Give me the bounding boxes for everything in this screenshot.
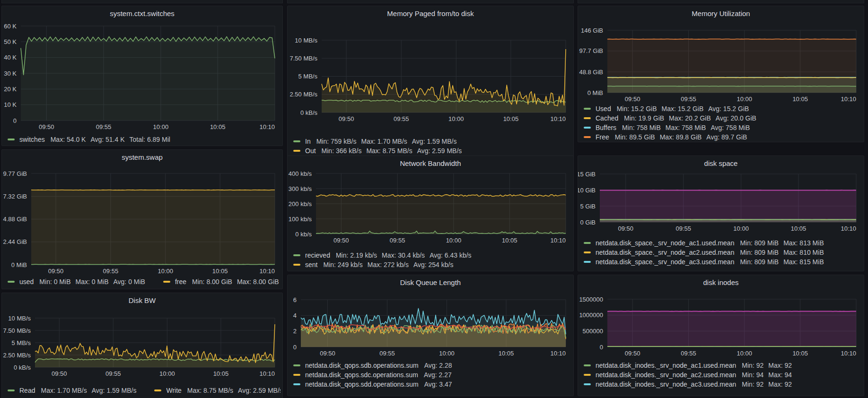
legend-stat: Avg: 20.0 GiB bbox=[716, 114, 756, 122]
legend-row: netdata.disk_inodes._srv_node_ac2.used.m… bbox=[584, 370, 862, 380]
legend-swatch-icon bbox=[584, 251, 591, 253]
y-tick-label: 50 K bbox=[4, 38, 17, 45]
legend-item[interactable]: CachedMin: 19.9 GiBMax: 20.2 GiBAvg: 20.… bbox=[584, 114, 761, 122]
legend-item[interactable]: ReadMax: 1.70 MB/sAvg: 1.59 MB/s bbox=[8, 387, 141, 394]
panel-title[interactable]: system.swap bbox=[2, 150, 282, 164]
system-ctxt-switches-graph[interactable]: 010 K20 K30 K40 K50 K60 K09:5009:5510:00… bbox=[2, 6, 282, 146]
legend-label: used bbox=[19, 278, 34, 286]
legend-swatch-icon bbox=[584, 261, 591, 263]
panel-title[interactable]: disk inodes bbox=[578, 275, 864, 289]
y-tick-label: 0 GiB bbox=[580, 219, 596, 226]
legend-stat: Max: 813 MiB bbox=[783, 239, 824, 247]
legend-item[interactable]: netdata.disk_qops.sdd.operations.sumAvg:… bbox=[293, 381, 457, 388]
panel-title-text: disk space bbox=[704, 159, 738, 167]
legend-item[interactable]: OutMin: 366 kB/sMax: 8.75 MB/sAvg: 2.59 … bbox=[293, 147, 466, 155]
legend-item[interactable]: netdata.disk_inodes._srv_node_ac3.used.m… bbox=[584, 381, 797, 388]
legend-stat: Max: 272 kb/s bbox=[368, 261, 409, 268]
panel-title[interactable]: Disk BW bbox=[2, 293, 282, 307]
legend-item[interactable]: netdata.disk_space._srv_node_ac2.used.me… bbox=[584, 249, 829, 256]
legend-stat: Avg: 1.59 MB/s bbox=[412, 138, 457, 145]
legend-swatch-icon bbox=[293, 150, 300, 152]
legend-stat: Min: 249 kb/s bbox=[323, 261, 362, 268]
legend-row: netdata.disk_space._srv_node_ac3.used.me… bbox=[584, 257, 862, 267]
x-tick-label: 10:00 bbox=[439, 350, 455, 357]
y-tick-label: 0 kB/s bbox=[300, 109, 318, 116]
legend-item[interactable]: netdata.disk_space._srv_node_ac3.used.me… bbox=[584, 258, 829, 266]
legend-item[interactable]: InMin: 759 kB/sMax: 1.70 MB/sAvg: 1.59 M… bbox=[293, 138, 461, 145]
legend-item[interactable]: netdata.disk_qops.sdb.operations.sumAvg:… bbox=[293, 362, 457, 369]
legend-item[interactable]: usedMin: 0 MiBMax: 0 MiBAvg: 0 MiB bbox=[8, 278, 150, 286]
legend-swatch-icon bbox=[584, 364, 591, 366]
legend-label: Write bbox=[166, 387, 181, 394]
dashboard: system.ctxt.switches 010 K20 K30 K40 K50… bbox=[0, 0, 868, 398]
legend-row: InMin: 759 kB/sMax: 1.70 MB/sAvg: 1.59 M… bbox=[293, 137, 571, 146]
panel-memory-utilization: Memory Utilization 0 MiB48.8 GiB97.7 GiB… bbox=[578, 6, 864, 142]
legend-item[interactable]: WriteMax: 8.75 MB/sAvg: 2.59 MB/s bbox=[154, 387, 281, 394]
y-tick-label: 10 GiB bbox=[578, 187, 596, 194]
legend: netdata.disk_space._srv_node_ac1.used.me… bbox=[584, 238, 862, 267]
x-tick-label: 10:10 bbox=[841, 225, 856, 232]
panel-title-text: Disk BW bbox=[129, 296, 156, 304]
legend-stat: Min: 2.19 kb/s bbox=[336, 251, 377, 259]
series-fill bbox=[322, 49, 566, 112]
legend-label: netdata.disk_inodes._srv_node_ac2.used.m… bbox=[596, 371, 736, 379]
series-fill bbox=[316, 195, 566, 234]
y-tick-label: 1000000 bbox=[579, 311, 603, 319]
legend-stat: Avg: 3.47 bbox=[424, 381, 452, 388]
legend-stat: Avg: 51.4 K bbox=[90, 136, 124, 143]
legend-stat: Max: 92 bbox=[768, 362, 792, 369]
y-tick-label: 9.77 GiB bbox=[3, 170, 27, 177]
x-tick-label: 09:55 bbox=[681, 95, 696, 103]
legend-item[interactable]: netdata.disk_qops.sdc.operations.sumAvg:… bbox=[293, 371, 456, 379]
legend-item[interactable]: FreeMin: 89.5 GiBMax: 89.8 GiBAvg: 89.7 … bbox=[584, 133, 752, 141]
legend-item[interactable]: netdata.disk_inodes._srv_node_ac2.used.m… bbox=[584, 371, 797, 379]
memory-paged-graph[interactable]: 0 kB/s2.50 MB/s5 MB/s7.50 MB/s10 MB/s09:… bbox=[288, 6, 573, 156]
legend-swatch-icon bbox=[584, 127, 591, 129]
panel-title[interactable]: disk space bbox=[578, 156, 864, 170]
panel-title[interactable]: Memory Paged from/to disk bbox=[288, 6, 573, 20]
legend-item[interactable]: freeMin: 8.00 GiBMax: 8.00 GiBAvg: 8.00 … bbox=[163, 278, 281, 286]
legend-row: CachedMin: 19.9 GiBMax: 20.2 GiBAvg: 20.… bbox=[584, 113, 862, 123]
legend-stat: Avg: 2.59 MB/s bbox=[417, 147, 462, 155]
legend-stat: Max: 15.2 GiB bbox=[662, 105, 704, 112]
legend-label: netdata.disk_space._srv_node_ac1.used.me… bbox=[596, 239, 734, 247]
legend-item[interactable]: switchesMax: 54.0 KAvg: 51.4 KTotal: 6.8… bbox=[8, 136, 175, 143]
legend: ReadMax: 1.70 MB/sAvg: 1.59 MB/sWriteMax… bbox=[8, 386, 281, 395]
x-tick-label: 09:50 bbox=[618, 225, 633, 232]
y-tick-label: 10 MB/s bbox=[295, 37, 317, 44]
legend-row: netdata.disk_qops.sdc.operations.sumAvg:… bbox=[293, 370, 571, 380]
legend-item[interactable]: netdata.disk_inodes._srv_node_ac1.used.m… bbox=[584, 362, 797, 369]
series-fill bbox=[31, 190, 275, 265]
panel-title[interactable]: Memory Utilization bbox=[578, 6, 864, 20]
legend-item[interactable]: sentMin: 249 kb/sMax: 272 kb/sAvg: 254 k… bbox=[293, 261, 458, 268]
x-tick-label: 10:10 bbox=[550, 237, 566, 244]
legend-stat: Min: 809 MiB bbox=[740, 239, 779, 247]
legend-label: netdata.disk_qops.sdc.operations.sum bbox=[305, 371, 418, 379]
x-tick-label: 10:10 bbox=[259, 268, 275, 275]
y-tick-label: 200 kb/s bbox=[289, 200, 312, 208]
legend-swatch-icon bbox=[584, 374, 591, 376]
legend-item[interactable]: BuffersMin: 758 MiBMax: 758 MiBAvg: 758 … bbox=[584, 124, 754, 131]
chart-svg: 010 K20 K30 K40 K50 K60 K09:5009:5510:00… bbox=[2, 6, 282, 146]
panel-title[interactable]: system.ctxt.switches bbox=[2, 6, 282, 20]
legend-stat: Max: 92 bbox=[768, 381, 792, 388]
legend-item[interactable]: recievedMin: 2.19 kb/sMax: 30.4 kb/sAvg:… bbox=[293, 251, 476, 259]
legend-stat: Max: 1.70 MB/s bbox=[41, 387, 87, 394]
legend-label: Used bbox=[596, 105, 611, 112]
x-tick-label: 09:50 bbox=[320, 350, 335, 357]
panel-title[interactable]: Disk Queue Length bbox=[288, 275, 573, 289]
legend-item[interactable]: netdata.disk_space._srv_node_ac1.used.me… bbox=[584, 239, 829, 247]
x-tick-label: 10:05 bbox=[502, 237, 517, 244]
legend-item[interactable]: UsedMin: 15.2 GiBMax: 15.2 GiBAvg: 15.2 … bbox=[584, 105, 754, 112]
legend-row: netdata.disk_qops.sdb.operations.sumAvg:… bbox=[293, 361, 571, 370]
disk-bw-graph[interactable]: 0 kB/s2.50 MB/s5 MB/s7.50 MB/s10 MB/s09:… bbox=[2, 293, 282, 398]
panel-title-text: Memory Utilization bbox=[692, 9, 750, 17]
system-swap-graph[interactable]: 0 MiB2.44 GiB4.88 GiB7.32 GiB9.77 GiB09:… bbox=[2, 150, 282, 289]
y-tick-label: 400 kb/s bbox=[289, 170, 312, 177]
legend: UsedMin: 15.2 GiBMax: 15.2 GiBAvg: 15.2 … bbox=[584, 104, 862, 142]
panel-title-text: Disk Queue Length bbox=[400, 278, 461, 286]
panel-title[interactable]: Network Bandwidth bbox=[288, 156, 573, 170]
series-fill bbox=[607, 311, 856, 347]
series-line bbox=[607, 39, 856, 40]
x-tick-label: 10:00 bbox=[153, 123, 169, 130]
